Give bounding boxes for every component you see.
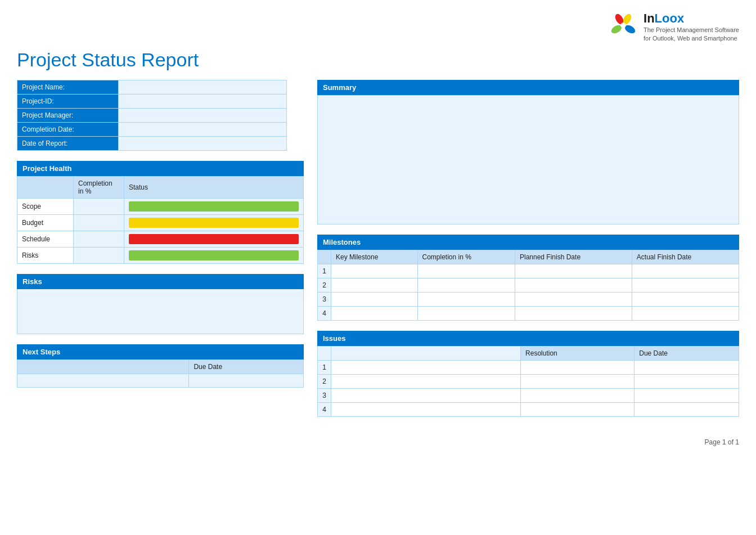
issue-resolution-2 xyxy=(521,374,634,388)
health-completion-budget xyxy=(74,214,124,231)
issue-num-1: 1 xyxy=(318,360,331,374)
issue-resolution-1 xyxy=(521,360,634,374)
value-project-id xyxy=(118,94,286,108)
value-project-manager xyxy=(118,108,286,122)
issue-due-3 xyxy=(634,388,739,402)
issue-row-4: 4 xyxy=(318,402,739,416)
milestone-key-3 xyxy=(331,292,418,306)
milestones-col-key: Key Milestone xyxy=(331,250,418,264)
milestone-num-1: 1 xyxy=(318,264,331,278)
milestone-completion-3 xyxy=(417,292,515,306)
next-steps-col-task xyxy=(17,359,189,374)
main-layout: Project Name: Project-ID: Project Manage… xyxy=(17,80,739,427)
milestone-actual-2 xyxy=(632,278,739,292)
issue-desc-3 xyxy=(331,388,521,402)
health-row-scope: Scope xyxy=(17,198,304,214)
issue-due-1 xyxy=(634,360,739,374)
issue-due-2 xyxy=(634,374,739,388)
value-date-of-report xyxy=(118,136,286,150)
milestone-actual-1 xyxy=(632,264,739,278)
health-status-scope xyxy=(124,198,304,214)
milestone-planned-4 xyxy=(515,306,632,320)
issues-table: Resolution Due Date 1 2 xyxy=(317,346,739,417)
info-table: Project Name: Project-ID: Project Manage… xyxy=(17,80,287,151)
health-header-row: Completion in % Status xyxy=(17,176,304,198)
milestones-table: Key Milestone Completion in % Planned Fi… xyxy=(317,250,739,321)
next-steps-col-due-date: Due Date xyxy=(189,359,304,374)
milestone-row-2: 2 xyxy=(318,278,739,292)
risks-body xyxy=(17,289,304,334)
risks-section: Risks xyxy=(17,274,304,334)
milestone-row-4: 4 xyxy=(318,306,739,320)
health-col-completion: Completion in % xyxy=(74,176,124,198)
issues-title: Issues xyxy=(317,331,739,346)
issue-num-3: 3 xyxy=(318,388,331,402)
milestone-actual-3 xyxy=(632,292,739,306)
health-row-budget: Budget xyxy=(17,214,304,231)
health-status-schedule xyxy=(124,231,304,247)
health-row-schedule: Schedule xyxy=(17,231,304,247)
label-project-name: Project Name: xyxy=(17,80,119,94)
right-column: Summary Milestones Key Milestone Complet… xyxy=(317,80,739,427)
next-steps-section: Next Steps Due Date xyxy=(17,344,304,388)
health-label-scope: Scope xyxy=(17,198,74,214)
issues-header-row: Resolution Due Date xyxy=(318,346,739,360)
issue-row-3: 3 xyxy=(318,388,739,402)
health-col-empty xyxy=(17,176,74,198)
issue-resolution-3 xyxy=(521,388,634,402)
risks-title: Risks xyxy=(17,274,304,289)
health-completion-scope xyxy=(74,198,124,214)
milestone-num-3: 3 xyxy=(318,292,331,306)
issue-desc-1 xyxy=(331,360,521,374)
logo-name: InLoox xyxy=(644,11,739,26)
milestones-col-num xyxy=(318,250,331,264)
issues-col-due-date: Due Date xyxy=(634,346,739,360)
health-label-budget: Budget xyxy=(17,214,74,231)
summary-body xyxy=(317,95,739,224)
summary-section: Summary xyxy=(317,80,739,224)
issue-desc-2 xyxy=(331,374,521,388)
header: InLoox The Project Management Software f… xyxy=(17,11,739,43)
info-row-project-id: Project-ID: xyxy=(17,94,287,108)
issue-row-2: 2 xyxy=(318,374,739,388)
milestone-row-1: 1 xyxy=(318,264,739,278)
label-completion-date: Completion Date: xyxy=(17,122,119,136)
issues-section: Issues Resolution Due Date 1 xyxy=(317,331,739,417)
logo-text-block: InLoox The Project Management Software f… xyxy=(644,11,739,43)
milestone-key-1 xyxy=(331,264,418,278)
issues-col-desc xyxy=(331,346,521,360)
health-col-status: Status xyxy=(124,176,304,198)
milestones-header-row: Key Milestone Completion in % Planned Fi… xyxy=(318,250,739,264)
label-date-of-report: Date of Report: xyxy=(17,136,119,150)
milestones-section: Milestones Key Milestone Completion in %… xyxy=(317,235,739,321)
value-completion-date xyxy=(118,122,286,136)
logo-area: InLoox The Project Management Software f… xyxy=(609,11,739,43)
value-project-name xyxy=(118,80,286,94)
milestones-col-actual: Actual Finish Date xyxy=(632,250,739,264)
svg-point-4 xyxy=(620,23,626,28)
milestone-key-2 xyxy=(331,278,418,292)
info-row-date-of-report: Date of Report: xyxy=(17,136,287,150)
milestone-completion-2 xyxy=(417,278,515,292)
health-row-risks: Risks xyxy=(17,247,304,263)
issue-row-1: 1 xyxy=(318,360,739,374)
issue-num-4: 4 xyxy=(318,402,331,416)
next-steps-table: Due Date xyxy=(17,359,304,388)
milestones-title: Milestones xyxy=(317,235,739,250)
milestone-planned-1 xyxy=(515,264,632,278)
milestone-actual-4 xyxy=(632,306,739,320)
health-label-schedule: Schedule xyxy=(17,231,74,247)
project-health-section: Project Health Completion in % Status Sc… xyxy=(17,161,304,264)
project-health-table: Completion in % Status Scope Budget xyxy=(17,176,304,264)
milestone-completion-4 xyxy=(417,306,515,320)
issues-col-resolution: Resolution xyxy=(521,346,634,360)
info-row-project-manager: Project Manager: xyxy=(17,108,287,122)
milestone-completion-1 xyxy=(417,264,515,278)
health-completion-schedule xyxy=(74,231,124,247)
milestone-key-4 xyxy=(331,306,418,320)
logo-icon xyxy=(609,12,638,43)
health-label-risks: Risks xyxy=(17,247,74,263)
milestone-row-3: 3 xyxy=(318,292,739,306)
logo-tagline: The Project Management Software for Outl… xyxy=(644,26,739,43)
page-title: Project Status Report xyxy=(17,49,739,71)
